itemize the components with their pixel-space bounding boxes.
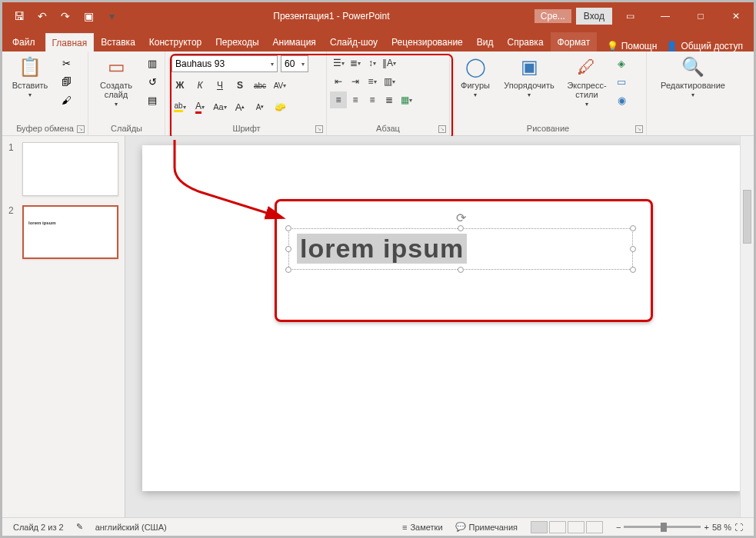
new-slide-icon: ▭ xyxy=(104,55,128,79)
close-icon[interactable]: ✕ xyxy=(718,5,754,28)
shape-effects-button[interactable]: ◉ xyxy=(614,93,628,107)
section-icon[interactable]: ▤ xyxy=(145,93,159,107)
editing-button[interactable]: 🔍 Редактирование▾ xyxy=(651,55,734,98)
undo-icon[interactable]: ↶ xyxy=(36,10,48,22)
ribbon-display-icon[interactable]: ▭ xyxy=(612,5,648,28)
normal-view-button[interactable] xyxy=(531,521,548,533)
tab-view[interactable]: Вид xyxy=(470,32,501,51)
layout-icon[interactable]: ▥ xyxy=(145,56,159,70)
cut-icon[interactable]: ✂ xyxy=(59,56,73,70)
minimize-icon[interactable]: — xyxy=(648,5,683,28)
slideshow-view-button[interactable] xyxy=(586,521,603,533)
reading-view-button[interactable] xyxy=(568,521,584,533)
slide-counter[interactable]: Слайд 2 из 2 xyxy=(7,523,70,532)
login-button[interactable]: Вход xyxy=(576,8,612,25)
arrange-icon: ▣ xyxy=(517,55,541,79)
tab-file[interactable]: Файл xyxy=(2,32,45,51)
tab-help[interactable]: Справка xyxy=(500,32,550,51)
tab-home[interactable]: Главная xyxy=(45,33,95,51)
notes-icon: ≡ xyxy=(402,523,407,532)
group-label: Буфер обмена xyxy=(2,122,88,135)
notes-button[interactable]: ≡Заметки xyxy=(396,523,449,532)
spellcheck-icon[interactable]: ✎ xyxy=(70,522,89,532)
group-label: Слайды xyxy=(88,122,165,135)
zoom-slider[interactable]: − + 58 % ⛶ xyxy=(610,523,749,532)
workspace: 1 2 lorem ipsum ⟳ lorem ipsum xyxy=(2,136,754,517)
share-icon: 👤 xyxy=(666,41,678,51)
group-clipboard: 📋 Вставить ▾ ✂ 🗐 🖌 Буфер обмена ↘ xyxy=(2,51,88,135)
tab-insert[interactable]: Вставка xyxy=(94,32,142,51)
vertical-scrollbar[interactable] xyxy=(740,136,754,517)
tab-slideshow[interactable]: Слайд-шоу xyxy=(323,32,385,51)
paste-button[interactable]: 📋 Вставить ▾ xyxy=(7,55,53,98)
dialog-launcher-icon[interactable]: ↘ xyxy=(77,125,85,133)
zoom-out-icon[interactable]: − xyxy=(616,523,621,532)
slide-thumbnail-pane: 1 2 lorem ipsum xyxy=(2,136,125,517)
shapes-button[interactable]: ◯ Фигуры▾ xyxy=(455,55,496,98)
tab-review[interactable]: Рецензирование xyxy=(385,32,470,51)
fit-to-window-icon[interactable]: ⛶ xyxy=(734,523,743,532)
group-label: Рисование xyxy=(450,122,646,135)
find-icon: 🔍 xyxy=(681,55,705,79)
reset-icon[interactable]: ↺ xyxy=(145,75,159,88)
tab-design[interactable]: Конструктор xyxy=(142,32,208,51)
paste-icon: 📋 xyxy=(18,55,42,79)
highlight-font-paragraph xyxy=(170,54,453,140)
bulb-icon: 💡 xyxy=(607,41,618,51)
sorter-view-button[interactable] xyxy=(549,521,566,533)
slide-canvas[interactable]: ⟳ lorem ipsum xyxy=(125,136,754,517)
shape-fill-button[interactable]: ◈ xyxy=(614,56,628,70)
format-painter-icon[interactable]: 🖌 xyxy=(59,93,73,107)
new-slide-button[interactable]: ▭ Создать слайд ▾ xyxy=(93,55,139,108)
tell-me-button[interactable]: 💡Помощн xyxy=(607,41,658,51)
ribbon-tabs: Файл Главная Вставка Конструктор Переход… xyxy=(2,30,754,51)
comments-icon: 💬 xyxy=(455,522,466,532)
language-button[interactable]: английский (США) xyxy=(89,523,173,532)
chevron-down-icon: ▾ xyxy=(28,91,32,98)
dialog-launcher-icon[interactable]: ↘ xyxy=(635,125,643,133)
save-icon[interactable]: 🖫 xyxy=(13,10,25,22)
window-title: Презентация1 - PowerPoint xyxy=(128,11,535,22)
tab-animation[interactable]: Анимация xyxy=(266,32,323,51)
shapes-icon: ◯ xyxy=(463,55,488,79)
quick-styles-icon: 🖊 xyxy=(574,55,599,79)
tab-format[interactable]: Формат xyxy=(551,32,598,51)
chevron-down-icon: ▾ xyxy=(115,101,118,108)
tab-transitions[interactable]: Переходы xyxy=(208,32,265,51)
slide-thumbnail-2[interactable]: 2 lorem ipsum xyxy=(22,205,118,259)
copy-icon[interactable]: 🗐 xyxy=(59,75,73,88)
share-button[interactable]: 👤Общий доступ xyxy=(666,41,743,51)
quick-styles-button[interactable]: 🖊 Экспресс- стили▾ xyxy=(562,55,611,108)
redo-icon[interactable]: ↷ xyxy=(59,10,72,22)
group-slides: ▭ Создать слайд ▾ ▥ ↺ ▤ Слайды xyxy=(88,51,165,135)
zoom-percent[interactable]: 58 % xyxy=(712,523,731,532)
quick-access-toolbar: 🖫 ↶ ↷ ▣ ▾ xyxy=(2,10,128,22)
group-editing: 🔍 Редактирование▾ xyxy=(647,51,742,135)
slide-thumbnail-1[interactable]: 1 xyxy=(22,142,118,196)
shape-outline-button[interactable]: ▭ xyxy=(614,75,628,88)
zoom-in-icon[interactable]: + xyxy=(704,523,708,532)
group-drawing: ◯ Фигуры▾ ▣ Упорядочить▾ 🖊 Экспресс- сти… xyxy=(450,51,647,135)
maximize-icon[interactable]: □ xyxy=(683,5,718,28)
title-bar: 🖫 ↶ ↷ ▣ ▾ Презентация1 - PowerPoint Сре.… xyxy=(2,2,754,30)
comments-button[interactable]: 💬Примечания xyxy=(449,522,525,532)
arrange-button[interactable]: ▣ Упорядочить▾ xyxy=(499,55,559,98)
start-from-beginning-icon[interactable]: ▣ xyxy=(82,10,95,22)
highlight-textbox xyxy=(275,199,653,322)
status-bar: Слайд 2 из 2 ✎ английский (США) ≡Заметки… xyxy=(2,517,754,536)
contextual-tab-badge: Сре... xyxy=(535,9,571,23)
qat-customize-icon[interactable]: ▾ xyxy=(105,10,118,22)
